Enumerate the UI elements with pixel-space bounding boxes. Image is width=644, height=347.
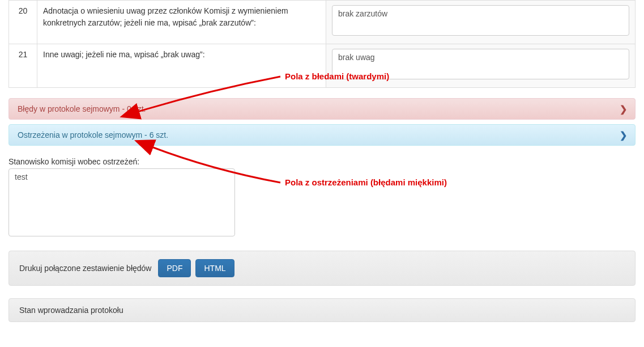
- errors-panel[interactable]: Błędy w protokole sejmowym - 0 szt. ❯: [8, 98, 636, 120]
- annotation-hard-errors: Pola z błedami (twardymi): [285, 71, 389, 81]
- pdf-button[interactable]: PDF: [158, 259, 191, 277]
- status-panel-title: Stan wprowadzania protokołu: [19, 306, 123, 315]
- row-label: Adnotacja o wniesieniu uwag przez członk…: [37, 1, 326, 44]
- stance-label: Stanowisko komisji wobec ostrzeżeń:: [8, 157, 636, 166]
- chevron-right-icon: ❯: [620, 104, 627, 115]
- table-row: 20 Adnotacja o wniesieniu uwag przez czł…: [9, 1, 636, 44]
- row-20-input[interactable]: [332, 5, 629, 36]
- warnings-panel[interactable]: Ostrzeżenia w protokole sejmowym - 6 szt…: [8, 124, 636, 146]
- html-button[interactable]: HTML: [195, 259, 234, 277]
- print-errors-well: Drukuj połączone zestawienie błędów PDF …: [8, 251, 636, 286]
- row-label: Inne uwagi; jeżeli nie ma, wpisać „brak …: [37, 44, 326, 88]
- stance-textarea[interactable]: [8, 168, 235, 236]
- row-number: 21: [9, 44, 37, 88]
- annotation-soft-errors: Pola z ostrzeżeniami (błędami miękkimi): [285, 177, 447, 187]
- errors-panel-title: Błędy w protokole sejmowym - 0 szt.: [18, 104, 146, 113]
- status-panel: Stan wprowadzania protokołu: [8, 298, 636, 322]
- row-input-cell: [326, 1, 636, 44]
- warnings-panel-title: Ostrzeżenia w protokole sejmowym - 6 szt…: [18, 130, 168, 139]
- chevron-right-icon: ❯: [620, 130, 627, 141]
- row-number: 20: [9, 1, 37, 44]
- print-label: Drukuj połączone zestawienie błędów: [19, 264, 151, 273]
